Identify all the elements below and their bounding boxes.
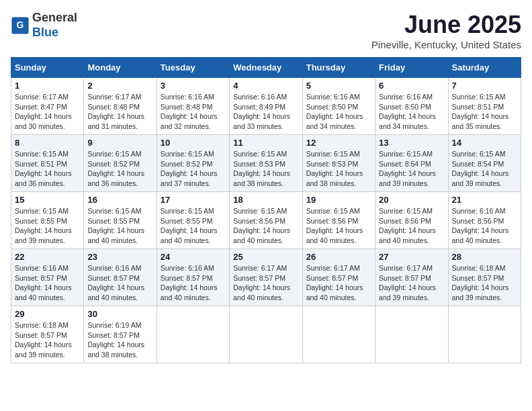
sunset: Sunset: 8:55 PM <box>15 217 67 225</box>
daylight: Daylight: 14 hours and 34 minutes. <box>306 112 363 130</box>
day-info: Sunrise: 6:15 AM Sunset: 8:55 PM Dayligh… <box>15 206 80 246</box>
day-number: 14 <box>452 138 517 148</box>
sunset: Sunset: 8:52 PM <box>161 160 213 168</box>
daylight: Daylight: 14 hours and 33 minutes. <box>233 112 290 130</box>
sunset: Sunset: 8:57 PM <box>452 274 504 282</box>
calendar-cell <box>230 306 302 363</box>
sunrise: Sunrise: 6:16 AM <box>161 264 214 272</box>
calendar-cell: 27 Sunrise: 6:17 AM Sunset: 8:57 PM Dayl… <box>375 249 448 306</box>
day-info: Sunrise: 6:15 AM Sunset: 8:56 PM Dayligh… <box>233 206 298 246</box>
day-info: Sunrise: 6:16 AM Sunset: 8:50 PM Dayligh… <box>379 92 444 132</box>
calendar-cell: 16 Sunrise: 6:15 AM Sunset: 8:55 PM Dayl… <box>84 192 157 249</box>
daylight: Daylight: 14 hours and 40 minutes. <box>306 226 363 244</box>
calendar-cell: 15 Sunrise: 6:15 AM Sunset: 8:55 PM Dayl… <box>11 192 84 249</box>
calendar-table: SundayMondayTuesdayWednesdayThursdayFrid… <box>11 57 521 363</box>
calendar-cell: 20 Sunrise: 6:15 AM Sunset: 8:56 PM Dayl… <box>375 192 448 249</box>
day-number: 21 <box>452 195 517 205</box>
calendar-cell: 11 Sunrise: 6:15 AM Sunset: 8:53 PM Dayl… <box>230 135 302 192</box>
header: G General Blue June 2025 Pineville, Kent… <box>11 11 521 50</box>
sunrise: Sunrise: 6:17 AM <box>306 264 360 272</box>
daylight: Daylight: 14 hours and 39 minutes. <box>15 340 72 359</box>
calendar-cell: 1 Sunrise: 6:17 AM Sunset: 8:47 PM Dayli… <box>11 78 84 135</box>
calendar-cell: 9 Sunrise: 6:15 AM Sunset: 8:52 PM Dayli… <box>84 135 157 192</box>
day-info: Sunrise: 6:15 AM Sunset: 8:51 PM Dayligh… <box>452 92 517 132</box>
day-info: Sunrise: 6:15 AM Sunset: 8:55 PM Dayligh… <box>87 206 152 246</box>
sunset: Sunset: 8:56 PM <box>306 217 359 225</box>
daylight: Daylight: 14 hours and 32 minutes. <box>161 112 218 130</box>
sunset: Sunset: 8:49 PM <box>233 103 285 111</box>
sunset: Sunset: 8:57 PM <box>306 274 359 282</box>
sunrise: Sunrise: 6:16 AM <box>306 93 360 101</box>
weekday-header-monday: Monday <box>84 58 157 78</box>
sunrise: Sunrise: 6:15 AM <box>306 207 360 215</box>
calendar-cell: 7 Sunrise: 6:15 AM Sunset: 8:51 PM Dayli… <box>448 78 521 135</box>
calendar-cell: 23 Sunrise: 6:16 AM Sunset: 8:57 PM Dayl… <box>84 249 157 306</box>
day-info: Sunrise: 6:19 AM Sunset: 8:57 PM Dayligh… <box>87 320 152 360</box>
day-info: Sunrise: 6:17 AM Sunset: 8:57 PM Dayligh… <box>233 263 298 303</box>
day-info: Sunrise: 6:15 AM Sunset: 8:52 PM Dayligh… <box>161 149 226 189</box>
calendar-cell: 6 Sunrise: 6:16 AM Sunset: 8:50 PM Dayli… <box>375 78 448 135</box>
sunset: Sunset: 8:54 PM <box>452 160 504 168</box>
calendar-week-row: 8 Sunrise: 6:15 AM Sunset: 8:51 PM Dayli… <box>11 135 521 192</box>
day-info: Sunrise: 6:15 AM Sunset: 8:56 PM Dayligh… <box>379 206 444 246</box>
daylight: Daylight: 14 hours and 40 minutes. <box>87 226 144 244</box>
sunrise: Sunrise: 6:15 AM <box>15 207 69 215</box>
day-info: Sunrise: 6:16 AM Sunset: 8:57 PM Dayligh… <box>15 263 80 303</box>
day-number: 4 <box>233 81 298 91</box>
daylight: Daylight: 14 hours and 36 minutes. <box>87 169 144 187</box>
sunset: Sunset: 8:57 PM <box>87 331 140 339</box>
weekday-header-sunday: Sunday <box>11 58 84 78</box>
calendar-week-row: 1 Sunrise: 6:17 AM Sunset: 8:47 PM Dayli… <box>11 78 521 135</box>
sunset: Sunset: 8:55 PM <box>87 217 140 225</box>
logo-icon: G <box>11 16 30 35</box>
day-number: 24 <box>161 252 226 262</box>
sunset: Sunset: 8:51 PM <box>15 160 67 168</box>
day-number: 3 <box>161 81 226 91</box>
daylight: Daylight: 14 hours and 40 minutes. <box>379 226 436 244</box>
sunrise: Sunrise: 6:18 AM <box>15 321 69 329</box>
day-number: 13 <box>379 138 444 148</box>
daylight: Daylight: 14 hours and 39 minutes. <box>15 226 72 244</box>
day-number: 23 <box>87 252 152 262</box>
sunset: Sunset: 8:51 PM <box>452 103 504 111</box>
calendar-cell: 30 Sunrise: 6:19 AM Sunset: 8:57 PM Dayl… <box>84 306 157 363</box>
page-container: G General Blue June 2025 Pineville, Kent… <box>11 11 521 363</box>
day-number: 2 <box>87 81 152 91</box>
daylight: Daylight: 14 hours and 40 minutes. <box>15 283 72 302</box>
calendar-cell: 29 Sunrise: 6:18 AM Sunset: 8:57 PM Dayl… <box>11 306 84 363</box>
day-number: 1 <box>15 81 80 91</box>
sunrise: Sunrise: 6:15 AM <box>233 150 287 158</box>
day-info: Sunrise: 6:16 AM Sunset: 8:49 PM Dayligh… <box>233 92 298 132</box>
weekday-header-row: SundayMondayTuesdayWednesdayThursdayFrid… <box>11 58 521 78</box>
sunrise: Sunrise: 6:15 AM <box>379 150 433 158</box>
calendar-cell: 21 Sunrise: 6:16 AM Sunset: 8:56 PM Dayl… <box>448 192 521 249</box>
calendar-cell: 10 Sunrise: 6:15 AM Sunset: 8:52 PM Dayl… <box>157 135 229 192</box>
calendar-cell: 8 Sunrise: 6:15 AM Sunset: 8:51 PM Dayli… <box>11 135 84 192</box>
calendar-cell: 3 Sunrise: 6:16 AM Sunset: 8:48 PM Dayli… <box>157 78 229 135</box>
daylight: Daylight: 14 hours and 38 minutes. <box>233 169 290 187</box>
daylight: Daylight: 14 hours and 31 minutes. <box>87 112 144 130</box>
calendar-cell: 25 Sunrise: 6:17 AM Sunset: 8:57 PM Dayl… <box>230 249 302 306</box>
calendar-cell: 26 Sunrise: 6:17 AM Sunset: 8:57 PM Dayl… <box>302 249 375 306</box>
daylight: Daylight: 14 hours and 39 minutes. <box>452 283 509 302</box>
daylight: Daylight: 14 hours and 40 minutes. <box>87 283 144 302</box>
sunset: Sunset: 8:50 PM <box>379 103 431 111</box>
day-info: Sunrise: 6:15 AM Sunset: 8:53 PM Dayligh… <box>306 149 371 189</box>
logo-blue: Blue <box>32 26 58 39</box>
day-info: Sunrise: 6:17 AM Sunset: 8:57 PM Dayligh… <box>306 263 371 303</box>
weekday-header-thursday: Thursday <box>302 58 375 78</box>
logo: G General Blue <box>11 11 77 40</box>
sunset: Sunset: 8:57 PM <box>87 274 140 282</box>
daylight: Daylight: 14 hours and 35 minutes. <box>452 112 509 130</box>
day-number: 19 <box>306 195 371 205</box>
sunrise: Sunrise: 6:17 AM <box>87 93 141 101</box>
calendar-cell <box>157 306 229 363</box>
day-number: 27 <box>379 252 444 262</box>
sunrise: Sunrise: 6:15 AM <box>161 150 214 158</box>
day-info: Sunrise: 6:15 AM Sunset: 8:55 PM Dayligh… <box>161 206 226 246</box>
calendar-cell: 17 Sunrise: 6:15 AM Sunset: 8:55 PM Dayl… <box>157 192 229 249</box>
sunset: Sunset: 8:54 PM <box>379 160 431 168</box>
day-info: Sunrise: 6:17 AM Sunset: 8:57 PM Dayligh… <box>379 263 444 303</box>
day-info: Sunrise: 6:15 AM Sunset: 8:54 PM Dayligh… <box>379 149 444 189</box>
calendar-cell: 28 Sunrise: 6:18 AM Sunset: 8:57 PM Dayl… <box>448 249 521 306</box>
